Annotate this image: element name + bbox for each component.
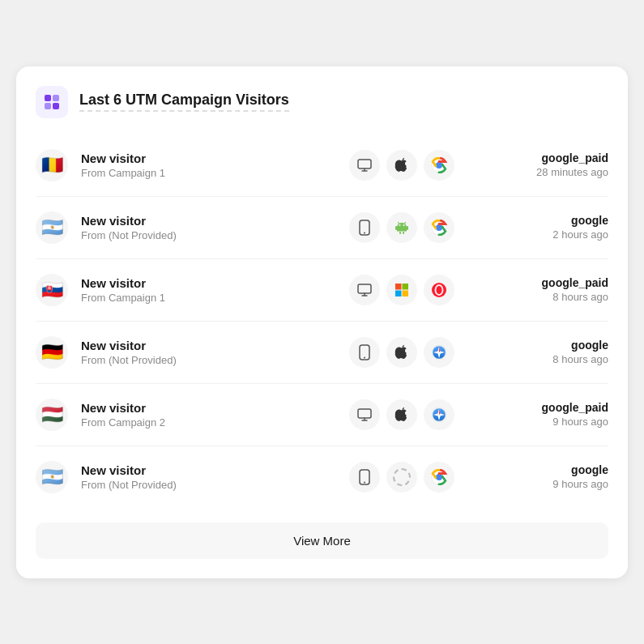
svg-rect-3 bbox=[53, 103, 59, 109]
svg-rect-24 bbox=[395, 290, 402, 296]
visitor-meta-5: google 9 hours ago bbox=[503, 463, 608, 490]
svg-rect-0 bbox=[45, 95, 51, 101]
svg-rect-12 bbox=[407, 226, 408, 230]
visitor-icons-4 bbox=[349, 399, 454, 430]
visitor-info-0: New visitor From Campaign 1 bbox=[81, 151, 349, 179]
visitor-source-5: From (Not Provided) bbox=[81, 479, 349, 491]
os-icon-2 bbox=[386, 275, 417, 305]
visitor-time-2: 8 hours ago bbox=[503, 291, 608, 303]
browser-icon-5 bbox=[424, 462, 454, 493]
visitor-flag-3: 🇩🇪 bbox=[36, 336, 68, 369]
visitor-icons-3 bbox=[349, 337, 454, 368]
svg-point-40 bbox=[437, 475, 441, 480]
unknown-os-icon bbox=[393, 468, 411, 486]
visitor-meta-4: google_paid 9 hours ago bbox=[503, 401, 608, 428]
svg-point-15 bbox=[399, 224, 401, 226]
device-icon-4 bbox=[349, 399, 380, 430]
visitor-source-3: From (Not Provided) bbox=[81, 354, 349, 366]
card-title: Last 6 UTM Campaign Visitors bbox=[79, 92, 289, 112]
visitor-name-3: New visitor bbox=[81, 339, 349, 352]
visitor-flag-2: 🇸🇰 bbox=[36, 274, 68, 306]
visitor-source-1: From (Not Provided) bbox=[81, 229, 349, 241]
visitor-name-1: New visitor bbox=[81, 214, 349, 228]
svg-rect-21 bbox=[358, 284, 371, 293]
visitor-meta-2: google_paid 8 hours ago bbox=[503, 276, 608, 303]
svg-rect-2 bbox=[45, 103, 51, 109]
svg-point-16 bbox=[403, 224, 405, 226]
os-icon-0 bbox=[386, 150, 417, 181]
visitor-flag-4: 🇭🇺 bbox=[36, 399, 68, 431]
visitor-name-4: New visitor bbox=[81, 401, 349, 415]
device-icon-3 bbox=[349, 337, 380, 368]
svg-point-8 bbox=[437, 163, 441, 168]
visitor-flag-1: 🇦🇷 bbox=[36, 211, 68, 244]
visitor-time-1: 2 hours ago bbox=[503, 228, 608, 241]
visitor-source-2: From Campaign 1 bbox=[81, 292, 349, 304]
visitor-flag-5: 🇦🇷 bbox=[36, 461, 68, 493]
svg-rect-1 bbox=[53, 95, 59, 101]
visitor-info-4: New visitor From Campaign 2 bbox=[81, 401, 349, 429]
visitor-icons-0 bbox=[349, 150, 454, 181]
browser-icon-1 bbox=[424, 212, 454, 243]
visitor-time-4: 9 hours ago bbox=[503, 416, 608, 428]
os-icon-4 bbox=[386, 399, 417, 430]
campaign-visitors-card: Last 6 UTM Campaign Visitors 🇷🇴 New visi… bbox=[16, 66, 628, 578]
visitor-row: 🇦🇷 New visitor From (Not Provided) bbox=[36, 197, 608, 259]
svg-rect-25 bbox=[403, 290, 409, 296]
visitor-campaign-1: google bbox=[503, 214, 608, 227]
visitor-campaign-2: google_paid bbox=[503, 276, 608, 289]
visitor-meta-3: google 8 hours ago bbox=[503, 339, 608, 365]
svg-rect-11 bbox=[395, 226, 397, 230]
device-icon-5 bbox=[349, 462, 380, 493]
visitor-time-5: 9 hours ago bbox=[503, 478, 608, 490]
visitor-name-2: New visitor bbox=[81, 276, 349, 290]
svg-point-20 bbox=[437, 225, 441, 230]
visitor-row: 🇸🇰 New visitor From Campaign 1 bbox=[36, 259, 608, 322]
visitor-campaign-5: google bbox=[503, 463, 608, 476]
os-icon-1 bbox=[386, 212, 417, 243]
device-icon-1 bbox=[349, 212, 380, 243]
visitor-row: 🇷🇴 New visitor From Campaign 1 bbox=[36, 134, 608, 197]
visitor-icons-2 bbox=[349, 275, 454, 305]
svg-point-10 bbox=[364, 232, 365, 233]
visitor-source-0: From Campaign 1 bbox=[81, 167, 349, 179]
svg-rect-22 bbox=[395, 284, 402, 290]
visitor-icons-1 bbox=[349, 212, 454, 243]
visitor-campaign-0: google_paid bbox=[503, 151, 608, 164]
visitor-info-3: New visitor From (Not Provided) bbox=[81, 339, 349, 366]
visitor-row: 🇭🇺 New visitor From Campaign 2 bbox=[36, 384, 608, 446]
browser-icon-3 bbox=[424, 337, 454, 368]
visitor-info-1: New visitor From (Not Provided) bbox=[81, 214, 349, 241]
view-more-button[interactable]: View More bbox=[36, 522, 608, 559]
svg-rect-14 bbox=[403, 232, 404, 234]
browser-icon-4 bbox=[424, 399, 454, 430]
visitors-list: 🇷🇴 New visitor From Campaign 1 bbox=[36, 134, 608, 508]
visitor-campaign-4: google_paid bbox=[503, 401, 608, 414]
svg-rect-32 bbox=[358, 409, 371, 418]
device-icon-0 bbox=[349, 150, 380, 181]
device-icon-2 bbox=[349, 275, 380, 305]
visitor-icons-5 bbox=[349, 462, 454, 493]
visitor-time-0: 28 minutes ago bbox=[503, 166, 608, 178]
visitor-flag-0: 🇷🇴 bbox=[36, 149, 68, 181]
visitor-meta-1: google 2 hours ago bbox=[503, 214, 608, 241]
visitor-campaign-3: google bbox=[503, 339, 608, 352]
svg-point-36 bbox=[364, 481, 365, 483]
visitor-name-0: New visitor bbox=[81, 151, 349, 165]
card-header: Last 6 UTM Campaign Visitors bbox=[36, 86, 608, 118]
os-icon-3 bbox=[386, 337, 417, 368]
visitor-name-5: New visitor bbox=[81, 463, 349, 477]
visitor-row: 🇩🇪 New visitor From (Not Provided) bbox=[36, 322, 608, 384]
svg-rect-4 bbox=[358, 160, 371, 168]
visitor-info-2: New visitor From Campaign 1 bbox=[81, 276, 349, 304]
visitor-row: 🇦🇷 New visitor From (Not Provided) bbox=[36, 446, 608, 508]
header-icon bbox=[36, 86, 68, 118]
os-icon-5 bbox=[386, 462, 417, 493]
browser-icon-2 bbox=[424, 275, 454, 305]
visitor-info-5: New visitor From (Not Provided) bbox=[81, 463, 349, 491]
visitor-time-3: 8 hours ago bbox=[503, 353, 608, 365]
svg-point-29 bbox=[364, 356, 365, 358]
svg-rect-13 bbox=[399, 232, 401, 234]
svg-rect-23 bbox=[403, 284, 409, 290]
browser-icon-0 bbox=[424, 150, 454, 181]
